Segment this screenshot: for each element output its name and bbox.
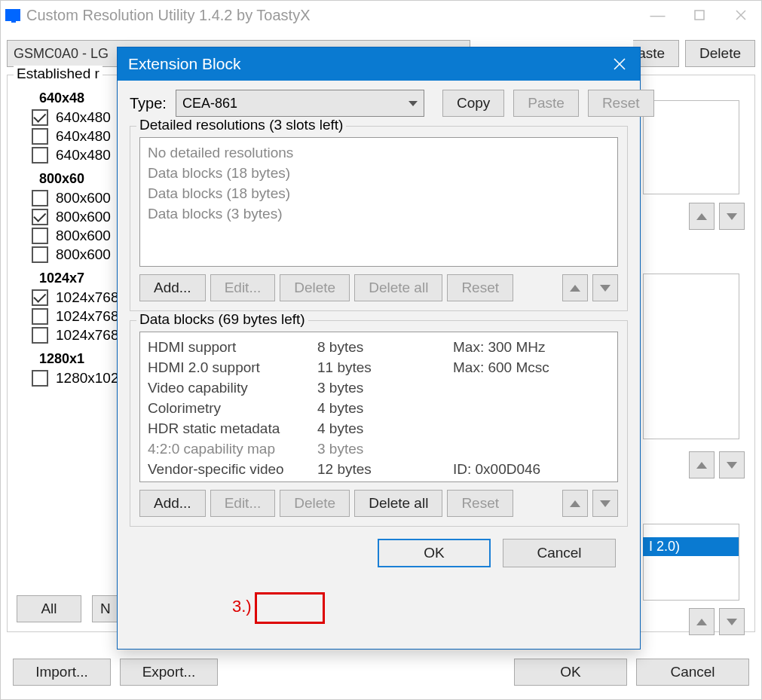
- right-listbox-3[interactable]: [643, 524, 739, 601]
- move-down-1[interactable]: [719, 203, 745, 230]
- resolution-label: 640x480: [56, 109, 111, 126]
- resolution-label: 1024x768: [56, 308, 118, 325]
- datablocks-add-button[interactable]: Add...: [139, 490, 206, 517]
- reset-button[interactable]: Reset: [588, 90, 654, 117]
- all-button[interactable]: All: [17, 595, 81, 622]
- move-up-3[interactable]: [689, 608, 715, 635]
- detailed-item[interactable]: Data blocks (3 bytes): [148, 203, 610, 224]
- annotation-step: 3.): [232, 597, 252, 616]
- detailed-legend: Detailed resolutions (3 slots left): [136, 117, 346, 133]
- datablocks-move-down[interactable]: [592, 490, 618, 517]
- checkbox-icon[interactable]: [32, 109, 48, 126]
- checkbox-icon[interactable]: [32, 246, 48, 263]
- datablock-item[interactable]: 4:2:0 capability map3 bytes: [148, 439, 610, 459]
- dialog-close-button[interactable]: [599, 47, 640, 81]
- right-listbox-1[interactable]: [643, 100, 739, 194]
- datablocks-legend: Data blocks (69 bytes left): [136, 311, 308, 328]
- move-down-2[interactable]: [719, 451, 745, 478]
- resolution-label: 1024x768: [56, 327, 118, 344]
- group-legend: Established r: [14, 66, 103, 82]
- datablock-item[interactable]: Colorimetry4 bytes: [148, 398, 610, 418]
- type-combo[interactable]: CEA-861: [176, 90, 424, 117]
- datablock-item[interactable]: Vendor-specific video12 bytesID: 0x00D04…: [148, 459, 610, 479]
- detailed-reset-button[interactable]: Reset: [447, 274, 513, 301]
- type-label: Type:: [130, 95, 167, 112]
- copy-button[interactable]: Copy: [442, 90, 504, 117]
- detailed-resolutions-group: Detailed resolutions (3 slots left) No d…: [130, 126, 628, 311]
- delete-display-button[interactable]: Delete: [685, 40, 755, 67]
- checkbox-icon[interactable]: [32, 128, 48, 145]
- detailed-add-button[interactable]: Add...: [139, 274, 206, 301]
- checkbox-icon[interactable]: [32, 209, 48, 225]
- checkbox-icon[interactable]: [32, 308, 48, 325]
- main-ok-button[interactable]: OK: [514, 659, 627, 686]
- import-button[interactable]: Import...: [13, 659, 111, 686]
- datablocks-delete-button[interactable]: Delete: [280, 490, 350, 517]
- resolution-label: 800x600: [56, 190, 111, 206]
- dialog-title: Extension Block: [128, 55, 240, 73]
- detailed-item[interactable]: Data blocks (18 bytes): [148, 183, 610, 203]
- detailed-move-up[interactable]: [562, 274, 588, 301]
- selected-extension-item[interactable]: I 2.0): [643, 537, 739, 556]
- checkbox-icon[interactable]: [32, 327, 48, 344]
- dialog-titlebar: Extension Block: [118, 47, 640, 81]
- move-up-1[interactable]: [689, 203, 715, 230]
- window-title: Custom Resolution Utility 1.4.2 by Toast…: [26, 7, 310, 24]
- resolution-label: 1280x102: [56, 370, 118, 387]
- detailed-item[interactable]: Data blocks (18 bytes): [148, 163, 610, 183]
- detailed-move-down[interactable]: [592, 274, 618, 301]
- resolution-label: 800x600: [56, 246, 111, 263]
- detailed-listbox[interactable]: No detailed resolutionsData blocks (18 b…: [139, 137, 618, 267]
- bottom-bar: Import... Export... OK Cancel: [13, 659, 749, 686]
- resolution-label: 640x480: [56, 147, 111, 164]
- move-down-3[interactable]: [719, 608, 745, 635]
- checkbox-icon[interactable]: [32, 228, 48, 244]
- checkbox-icon[interactable]: [32, 289, 48, 306]
- extension-block-dialog: Extension Block Type: CEA-861 Copy Paste…: [117, 47, 641, 650]
- minimize-button[interactable]: —: [637, 1, 678, 29]
- datablocks-deleteall-button[interactable]: Delete all: [354, 490, 442, 517]
- export-button[interactable]: Export...: [120, 659, 218, 686]
- right-listbox-2[interactable]: [643, 274, 739, 439]
- move-up-2[interactable]: [689, 451, 715, 478]
- detailed-edit-button[interactable]: Edit...: [210, 274, 276, 301]
- titlebar: Custom Resolution Utility 1.4.2 by Toast…: [1, 1, 761, 29]
- type-value: CEA-861: [182, 96, 237, 112]
- datablock-item[interactable]: HDMI support8 bytesMax: 300 MHz: [148, 337, 610, 357]
- checkbox-icon[interactable]: [32, 370, 48, 387]
- main-cancel-button[interactable]: Cancel: [636, 659, 749, 686]
- resolution-label: 640x480: [56, 128, 111, 145]
- datablocks-listbox[interactable]: HDMI support8 bytesMax: 300 MHzHDMI 2.0 …: [139, 332, 618, 482]
- resolution-label: 800x600: [56, 228, 111, 244]
- svg-rect-0: [695, 11, 704, 20]
- detailed-deleteall-button[interactable]: Delete all: [354, 274, 442, 301]
- dialog-cancel-button[interactable]: Cancel: [503, 539, 616, 567]
- app-icon: [5, 9, 20, 21]
- close-button[interactable]: [720, 1, 761, 29]
- chevron-down-icon: [409, 101, 418, 106]
- dialog-ok-button[interactable]: OK: [378, 539, 491, 567]
- datablocks-reset-button[interactable]: Reset: [447, 490, 513, 517]
- checkbox-icon[interactable]: [32, 147, 48, 164]
- annotation-highlight: [255, 592, 325, 624]
- detailed-delete-button[interactable]: Delete: [280, 274, 350, 301]
- datablock-item[interactable]: HDMI 2.0 support11 bytesMax: 600 Mcsc: [148, 357, 610, 378]
- datablocks-move-up[interactable]: [562, 490, 588, 517]
- datablocks-edit-button[interactable]: Edit...: [210, 490, 276, 517]
- paste-button[interactable]: Paste: [513, 90, 579, 117]
- detailed-item[interactable]: No detailed resolutions: [148, 142, 610, 163]
- resolution-label: 1024x768: [56, 289, 118, 306]
- maximize-button[interactable]: [678, 1, 720, 29]
- data-blocks-group: Data blocks (69 bytes left) HDMI support…: [130, 320, 628, 527]
- datablock-item[interactable]: Video capability3 bytes: [148, 378, 610, 398]
- datablock-item[interactable]: HDR static metadata4 bytes: [148, 418, 610, 439]
- resolution-label: 800x600: [56, 209, 111, 225]
- checkbox-icon[interactable]: [32, 190, 48, 206]
